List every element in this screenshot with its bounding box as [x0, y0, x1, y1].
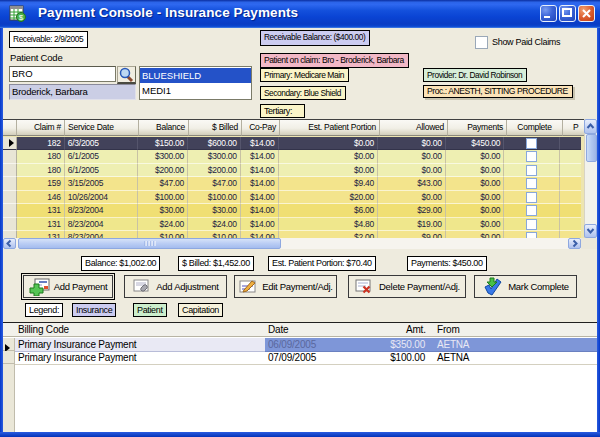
svg-text:$: $	[19, 13, 24, 22]
